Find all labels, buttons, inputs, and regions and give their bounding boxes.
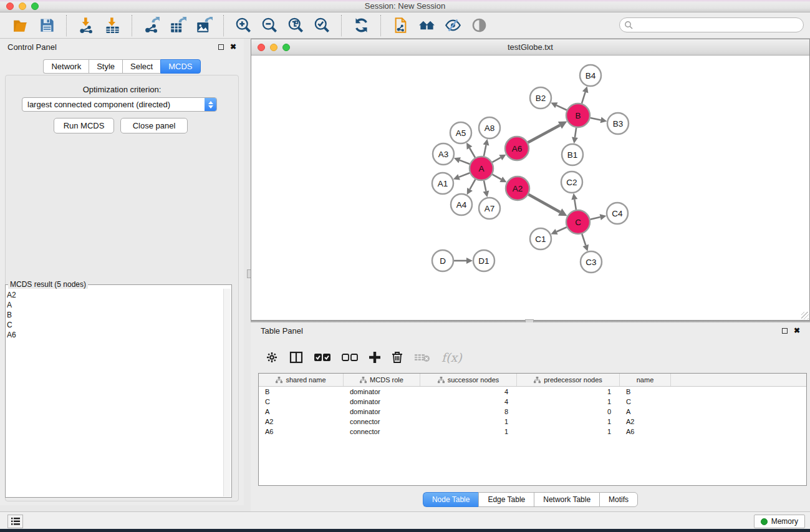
- network-canvas[interactable]: B4B2BB3B1A5A8A6A3AA1A4A7A2C2CC4C1C3DD1: [251, 56, 809, 320]
- edge-C-C3[interactable]: [582, 234, 586, 245]
- mcds-result-item[interactable]: A2: [7, 290, 223, 300]
- cell-shared-name[interactable]: A6: [259, 427, 344, 437]
- edge-C-C4[interactable]: [591, 217, 600, 220]
- run-mcds-button[interactable]: Run MCDS: [54, 118, 114, 133]
- tab-motifs[interactable]: Motifs: [599, 492, 638, 507]
- delete-columns-icon[interactable]: [392, 351, 403, 364]
- cell-MCDS-role[interactable]: dominator: [344, 387, 420, 397]
- tab-network[interactable]: Network: [43, 59, 89, 74]
- edge-A2-C[interactable]: [528, 195, 560, 212]
- mcds-result-list[interactable]: A2ABCA6: [7, 290, 223, 496]
- cell-name[interactable]: A6: [620, 427, 671, 437]
- edge-B-B2[interactable]: [556, 105, 567, 110]
- mcds-result-item[interactable]: B: [7, 310, 223, 320]
- edge-A-A6[interactable]: [492, 158, 500, 163]
- memory-button[interactable]: Memory: [754, 515, 805, 528]
- tab-select[interactable]: Select: [122, 59, 160, 74]
- close-table-panel-icon[interactable]: ✖: [794, 327, 800, 334]
- cell-predecessor-nodes[interactable]: 1: [517, 387, 620, 397]
- cell-predecessor-nodes[interactable]: 0: [517, 407, 620, 417]
- optimization-criterion-select[interactable]: largest connected component (directed): [22, 97, 217, 112]
- deselect-all-columns-icon[interactable]: [342, 353, 358, 362]
- refresh-icon[interactable]: [352, 16, 370, 35]
- table-settings-icon[interactable]: [266, 351, 278, 364]
- cell-name[interactable]: C: [620, 397, 671, 407]
- cell-name[interactable]: A2: [620, 417, 671, 427]
- resize-corner-handle[interactable]: [801, 312, 809, 319]
- edge-A-A2[interactable]: [493, 175, 501, 180]
- edge-B-B1[interactable]: [575, 128, 576, 137]
- cell-shared-name[interactable]: A2: [259, 417, 344, 427]
- zoom-selected-icon[interactable]: [312, 16, 331, 35]
- float-table-panel-icon[interactable]: [782, 328, 788, 334]
- table-row[interactable]: A2connector11A2: [259, 417, 806, 427]
- mcds-result-item[interactable]: A: [7, 300, 223, 310]
- show-graphics-details-icon[interactable]: [470, 16, 488, 35]
- close-panel-icon[interactable]: ✖: [230, 43, 236, 51]
- import-table-icon[interactable]: [103, 16, 122, 35]
- zoom-in-icon[interactable]: [234, 16, 253, 35]
- open-session-icon[interactable]: [11, 16, 30, 35]
- edge-A-A5[interactable]: [470, 148, 475, 157]
- show-columns-icon[interactable]: [289, 351, 303, 364]
- tab-node-table[interactable]: Node Table: [423, 492, 479, 507]
- function-builder-icon[interactable]: f(x): [441, 351, 462, 364]
- cell-successor-nodes[interactable]: 8: [420, 407, 517, 417]
- cell-name[interactable]: B: [620, 387, 671, 397]
- edge-C-C2[interactable]: [574, 200, 576, 210]
- tab-style[interactable]: Style: [89, 59, 122, 74]
- edge-A6-B[interactable]: [528, 125, 560, 143]
- close-panel-button[interactable]: Close panel: [120, 118, 188, 133]
- cell-successor-nodes[interactable]: 4: [420, 397, 517, 407]
- copy-network-icon[interactable]: [391, 16, 410, 35]
- cell-predecessor-nodes[interactable]: 1: [517, 397, 620, 407]
- edge-A-A4[interactable]: [470, 180, 476, 190]
- edge-A-A8[interactable]: [484, 145, 486, 156]
- cell-shared-name[interactable]: B: [259, 387, 344, 397]
- zoom-out-icon[interactable]: [260, 16, 279, 35]
- network-window-titlebar[interactable]: testGlobe.txt: [251, 39, 809, 56]
- edge-B-B3[interactable]: [591, 118, 601, 120]
- mcds-result-item[interactable]: C: [7, 320, 223, 330]
- edge-A-A1[interactable]: [459, 173, 470, 177]
- mcds-result-scrollbar[interactable]: [223, 289, 231, 496]
- tab-mcds[interactable]: MCDS: [160, 59, 200, 74]
- select-all-columns-icon[interactable]: [314, 353, 330, 362]
- cell-successor-nodes[interactable]: 4: [420, 387, 517, 397]
- table-row[interactable]: A6connector11A6: [259, 427, 806, 437]
- column-header-predecessor-nodes[interactable]: predecessor nodes: [517, 374, 620, 386]
- cell-MCDS-role[interactable]: connector: [344, 417, 420, 427]
- edge-A-A3[interactable]: [460, 160, 470, 164]
- float-panel-icon[interactable]: [218, 44, 224, 50]
- column-header-MCDS-role[interactable]: MCDS role: [344, 374, 420, 386]
- cell-successor-nodes[interactable]: 1: [420, 417, 517, 427]
- edge-C-C1[interactable]: [557, 227, 567, 231]
- delete-table-icon[interactable]: [414, 352, 430, 362]
- mcds-result-item[interactable]: A6: [7, 330, 223, 340]
- tab-network-table[interactable]: Network Table: [534, 492, 599, 507]
- zoom-fit-icon[interactable]: [286, 16, 305, 35]
- cell-predecessor-nodes[interactable]: 1: [517, 417, 620, 427]
- show-panels-button[interactable]: [7, 515, 23, 528]
- hide-graphics-details-icon[interactable]: [443, 16, 462, 35]
- edge-A-A7[interactable]: [484, 181, 486, 191]
- save-session-icon[interactable]: [37, 16, 56, 35]
- cell-predecessor-nodes[interactable]: 1: [517, 427, 620, 437]
- cell-name[interactable]: A: [620, 407, 671, 417]
- tab-edge-table[interactable]: Edge Table: [478, 492, 534, 507]
- cell-MCDS-role[interactable]: connector: [344, 427, 420, 437]
- column-header-shared-name[interactable]: shared name: [259, 374, 344, 386]
- column-header-name[interactable]: name: [620, 374, 671, 386]
- column-header-successor-nodes[interactable]: successor nodes: [420, 374, 517, 386]
- table-row[interactable]: Adominator80A: [259, 407, 806, 417]
- export-network-icon[interactable]: [142, 16, 161, 35]
- export-table-icon[interactable]: [168, 16, 187, 35]
- cell-shared-name[interactable]: C: [259, 397, 344, 407]
- home-network-view-icon[interactable]: [417, 16, 436, 35]
- cell-shared-name[interactable]: A: [259, 407, 344, 417]
- cell-MCDS-role[interactable]: dominator: [344, 407, 420, 417]
- export-image-icon[interactable]: [195, 16, 213, 35]
- add-column-icon[interactable]: [369, 352, 380, 363]
- cell-successor-nodes[interactable]: 1: [420, 427, 517, 437]
- table-row[interactable]: Cdominator41C: [259, 397, 806, 407]
